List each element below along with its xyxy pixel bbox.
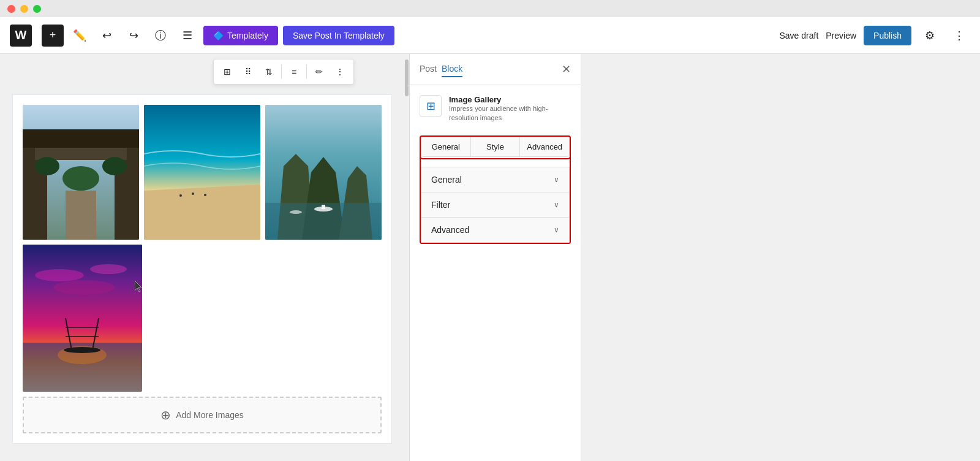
preview-button[interactable]: Preview xyxy=(826,31,856,40)
undo-icon: ↩ xyxy=(102,29,111,42)
block-title: Image Gallery xyxy=(449,95,571,104)
svg-point-24 xyxy=(64,347,100,353)
accordion-filter: Filter ∨ xyxy=(421,192,570,218)
drag-handle-button[interactable]: ⠿ xyxy=(238,62,258,82)
info-button[interactable]: ⓘ xyxy=(149,25,172,47)
gallery-image-3[interactable] xyxy=(265,105,382,240)
block-description: Impress your audience with high-resoluti… xyxy=(449,104,571,123)
templately-button[interactable]: 🔷 Templately xyxy=(203,26,278,45)
panel-tab-general[interactable]: General xyxy=(421,137,471,156)
close-icon: ✕ xyxy=(562,63,571,75)
publish-button[interactable]: Publish xyxy=(864,26,911,45)
block-icon-box: ⊞ xyxy=(420,95,442,117)
editor-scrollbar-thumb[interactable] xyxy=(405,59,409,96)
maximize-btn[interactable] xyxy=(33,5,41,13)
accordion-general-label: General xyxy=(431,175,462,185)
settings-button[interactable]: ⚙ xyxy=(919,25,941,47)
right-sidebar: Post Block ✕ ⊞ Image Gallery Impress you… xyxy=(409,54,581,461)
gallery-bottom-row xyxy=(23,245,382,392)
svg-point-19 xyxy=(35,269,84,281)
save-post-templately-button[interactable]: Save Post In Templately xyxy=(283,26,394,45)
svg-rect-16 xyxy=(322,205,325,209)
chevron-down-icon-3: ∨ xyxy=(554,226,559,234)
panel-tab-style[interactable]: Style xyxy=(471,137,521,156)
redo-button[interactable]: ↪ xyxy=(123,25,145,47)
info-icon: ⓘ xyxy=(155,28,166,43)
svg-point-21 xyxy=(53,280,115,295)
sidebar-close-button[interactable]: ✕ xyxy=(562,63,571,76)
svg-rect-5 xyxy=(66,191,96,240)
block-type-button[interactable]: ⊞ xyxy=(217,62,237,82)
menu-icon: ☰ xyxy=(183,29,192,42)
editor-area: ⊞ ⠿ ⇅ ≡ ✏ ⋮ xyxy=(0,54,404,461)
gallery-icon: ⊞ xyxy=(224,67,231,77)
undo-button[interactable]: ↩ xyxy=(96,25,118,47)
panel-tabs-container: General Style Advanced General ∨ xyxy=(420,135,571,244)
image-gallery-icon: ⊞ xyxy=(426,99,435,113)
svg-point-10 xyxy=(179,194,182,197)
gallery-container: ⊕ Add More Images xyxy=(12,94,392,444)
pen-icon: ✏ xyxy=(315,67,323,77)
toolbar-divider-2 xyxy=(306,64,307,79)
sidebar-content: ⊞ Image Gallery Impress your audience wi… xyxy=(410,85,581,461)
align-icon: ≡ xyxy=(292,67,296,77)
tab-block[interactable]: Block xyxy=(442,61,462,77)
minimize-btn[interactable] xyxy=(20,5,28,13)
block-toolbar: ⊞ ⠿ ⇅ ≡ ✏ ⋮ xyxy=(213,59,354,85)
accordion-general-header[interactable]: General ∨ xyxy=(421,167,569,192)
redo-icon: ↪ xyxy=(129,29,138,42)
sidebar-header: Post Block ✕ xyxy=(410,54,581,85)
svg-point-6 xyxy=(62,166,99,191)
svg-rect-3 xyxy=(23,129,139,148)
add-more-images-button[interactable]: ⊕ Add More Images xyxy=(23,397,382,433)
svg-point-8 xyxy=(102,157,127,175)
accordion-filter-label: Filter xyxy=(431,200,450,210)
gallery-image-2[interactable] xyxy=(144,105,260,240)
accordion-advanced: Advanced ∨ xyxy=(421,218,570,243)
svg-point-20 xyxy=(90,264,127,274)
panel-tab-group: General Style Advanced xyxy=(421,137,570,157)
toolbar-right: Save draft Preview Publish ⚙ ⋮ xyxy=(779,25,970,47)
edit-pen-button[interactable]: ✏ xyxy=(309,62,329,82)
plus-circle-icon: ⊕ xyxy=(160,408,171,422)
menu-button[interactable]: ☰ xyxy=(176,25,198,47)
panel-tab-advanced[interactable]: Advanced xyxy=(520,137,569,156)
chevron-down-icon: ∨ xyxy=(554,175,559,184)
pencil-icon: ✏️ xyxy=(73,29,86,42)
block-info-text: Image Gallery Impress your audience with… xyxy=(449,95,571,123)
align-button[interactable]: ≡ xyxy=(284,62,304,82)
add-block-button[interactable]: + xyxy=(42,25,64,47)
block-more-options-button[interactable]: ⋮ xyxy=(330,62,350,82)
title-bar xyxy=(0,0,980,17)
top-toolbar: W + ✏️ ↩ ↪ ⓘ ☰ 🔷 Templately Save Post In… xyxy=(0,17,980,54)
close-btn[interactable] xyxy=(7,5,15,13)
gallery-image-1[interactable] xyxy=(23,105,139,240)
accordion-general: General ∨ xyxy=(421,167,570,192)
wp-logo: W xyxy=(10,25,32,47)
pencil-icon-button[interactable]: ✏️ xyxy=(69,25,91,47)
add-more-label: Add More Images xyxy=(176,410,244,420)
arrows-icon: ⇅ xyxy=(265,67,273,77)
editor-scrollbar[interactable] xyxy=(404,54,409,461)
svg-point-12 xyxy=(204,194,206,196)
toolbar-divider xyxy=(281,64,282,79)
gallery-image-4[interactable] xyxy=(23,245,142,392)
save-draft-button[interactable]: Save draft xyxy=(779,31,818,40)
accordion-advanced-label: Advanced xyxy=(431,225,469,235)
svg-point-7 xyxy=(35,157,59,175)
more-vertical-icon: ⋮ xyxy=(954,29,965,42)
templately-icon: 🔷 xyxy=(213,31,224,40)
svg-point-17 xyxy=(290,210,302,214)
editor-scroll-container: ⊞ ⠿ ⇅ ≡ ✏ ⋮ xyxy=(0,54,409,461)
main-layout: ⊞ ⠿ ⇅ ≡ ✏ ⋮ xyxy=(0,54,980,461)
accordion-advanced-header[interactable]: Advanced ∨ xyxy=(421,218,569,242)
move-up-down-button[interactable]: ⇅ xyxy=(259,62,279,82)
drag-icon: ⠿ xyxy=(245,67,251,77)
gear-icon: ⚙ xyxy=(925,29,935,42)
vertical-dots-icon: ⋮ xyxy=(336,67,344,77)
more-options-button[interactable]: ⋮ xyxy=(948,25,970,47)
tab-post[interactable]: Post xyxy=(420,61,437,77)
chevron-down-icon-2: ∨ xyxy=(554,200,559,209)
accordion-filter-header[interactable]: Filter ∨ xyxy=(421,192,569,217)
block-info: ⊞ Image Gallery Impress your audience wi… xyxy=(420,95,571,123)
